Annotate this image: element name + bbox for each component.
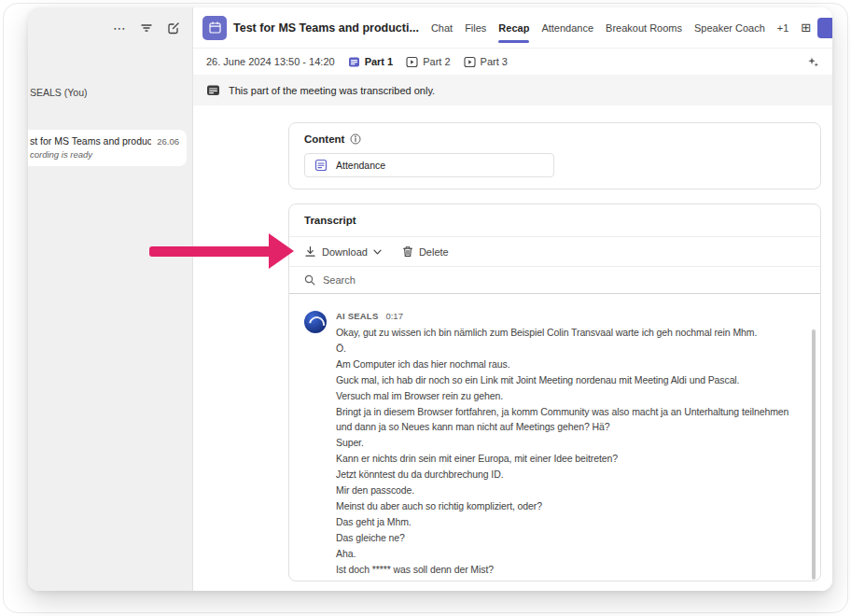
transcript-line: Kann er nichts drin sein mit einer Europ… (336, 451, 800, 466)
chat-item-title: st for MS Teams and productivity (30, 135, 151, 147)
meeting-title: Test for MS Teams and producti... (233, 21, 419, 35)
meeting-header: Test for MS Teams and producti... Chat F… (193, 7, 832, 49)
transcript-line: Versuch mal im Browser rein zu gehen. (336, 388, 800, 403)
tab-files[interactable]: Files (465, 7, 486, 48)
sidebar-toolbar: ⋯ (28, 7, 192, 35)
transcript-scrollbar[interactable] (812, 329, 816, 580)
transcript-line: Jetzt könntest du da durchbrechung ID. (336, 467, 800, 482)
part-2-button[interactable]: Part 2 (406, 56, 450, 68)
banner-text: This part of the meeting was transcribed… (229, 85, 435, 96)
chat-sidebar: ⋯ SEALS (You) st for MS Teams and produc… (28, 7, 193, 591)
chat-list-item[interactable]: st for MS Teams and productivity 26.06 c… (28, 130, 187, 166)
search-input[interactable] (323, 274, 805, 286)
part-label: Part 1 (365, 56, 394, 67)
meeting-datetime: 26. June 2024 13:50 - 14:20 (206, 56, 335, 67)
screenshot-canvas: ⋯ SEALS (You) st for MS Teams and produc… (0, 0, 851, 616)
transcript-card: Transcript Download (288, 203, 821, 581)
tab-attendance[interactable]: Attendance (541, 7, 593, 48)
transcript-line: Okay, gut zu wissen ich bin nämlich zum … (336, 325, 800, 340)
tab-chat[interactable]: Chat (431, 7, 453, 48)
transcript-line: Am Computer ich das hier nochmal raus. (336, 357, 800, 371)
transcript-line: Mir den passcode. (336, 483, 800, 497)
trash-icon (402, 245, 413, 258)
content-card-title: Content (304, 133, 344, 145)
transcript-line: Das gleiche ne? (336, 530, 800, 545)
transcript-line: Bringt ja in diesem Browser fortfahren, … (336, 404, 800, 434)
attendance-icon (314, 159, 328, 172)
transcribed-only-banner: This part of the meeting was transcribed… (193, 75, 832, 105)
transcript-banner-icon (206, 84, 220, 97)
search-icon (304, 274, 315, 286)
transcript-line: Ö. (336, 341, 800, 356)
play-icon (464, 56, 476, 68)
transcript-body: AI SEALS 0:17 Okay, gut zu wissen ich bi… (289, 294, 820, 581)
meeting-calendar-icon (202, 16, 227, 40)
transcript-line: Das geht ja Mhm. (336, 514, 800, 529)
speaker-name: AI SEALS (336, 311, 378, 321)
tab-speaker-coach[interactable]: Speaker Coach (694, 7, 765, 48)
transcript-line: Aha. (336, 546, 800, 561)
transcript-line: Und jetzt weiß ich halt nicht liegt es a… (336, 578, 800, 581)
transcript-line: Ist doch ***** was soll denn der Mist? (336, 562, 800, 577)
main-panel: Test for MS Teams and producti... Chat F… (193, 7, 832, 591)
transcript-line: Guck mal, ich hab dir noch so ein Link m… (336, 372, 800, 387)
tab-overflow-count[interactable]: +1 (777, 7, 789, 48)
sidebar-section-label: SEALS (You) (28, 87, 192, 98)
tab-bar: Chat Files Recap Attendance Breakout Roo… (431, 7, 811, 48)
delete-button[interactable]: Delete (402, 245, 449, 258)
add-tab-icon[interactable]: ⊞ (801, 21, 811, 35)
transcript-line: Meinst du aber auch so richtig komplizie… (336, 498, 800, 513)
download-button[interactable]: Download (304, 245, 382, 258)
attendance-content-item[interactable]: Attendance (304, 153, 554, 177)
download-icon (304, 245, 316, 258)
part-label: Part 2 (423, 56, 450, 67)
tab-recap[interactable]: Recap (498, 7, 529, 48)
teams-window: ⋯ SEALS (You) st for MS Teams and produc… (28, 7, 832, 591)
chat-item-subtitle: cording is ready (30, 149, 179, 160)
transcript-entry: AI SEALS 0:17 Okay, gut zu wissen ich bi… (336, 311, 800, 581)
download-label: Download (322, 246, 368, 258)
delete-label: Delete (419, 246, 449, 258)
sparkle-icon[interactable] (807, 56, 819, 68)
part-label: Part 3 (481, 56, 508, 67)
part-1-button[interactable]: Part 1 (348, 56, 394, 68)
tab-breakout-rooms[interactable]: Breakout Rooms (606, 7, 682, 48)
recap-subheader: 26. June 2024 13:50 - 14:20 Part 1 Part … (193, 49, 832, 75)
recap-content-region: Content Attendance Transcript (193, 105, 832, 591)
part-3-button[interactable]: Part 3 (464, 56, 508, 68)
transcript-toolbar: Download Delete (289, 237, 820, 267)
transcript-line: Super. (336, 435, 800, 450)
entry-timestamp: 0:17 (385, 311, 403, 321)
content-card: Content Attendance (288, 122, 821, 189)
filter-icon[interactable] (140, 21, 153, 35)
transcript-search (289, 267, 820, 294)
play-icon (406, 56, 418, 68)
transcript-doc-icon (348, 56, 360, 68)
compose-icon[interactable] (167, 21, 180, 35)
attendance-label: Attendance (336, 160, 385, 171)
info-icon[interactable] (350, 133, 361, 145)
more-options-icon[interactable]: ⋯ (113, 21, 126, 35)
chat-item-date: 26.06 (157, 136, 179, 147)
speaker-avatar (304, 311, 327, 333)
chevron-down-icon (373, 249, 382, 255)
join-button[interactable]: Join (817, 18, 832, 38)
transcript-card-title: Transcript (289, 204, 820, 237)
